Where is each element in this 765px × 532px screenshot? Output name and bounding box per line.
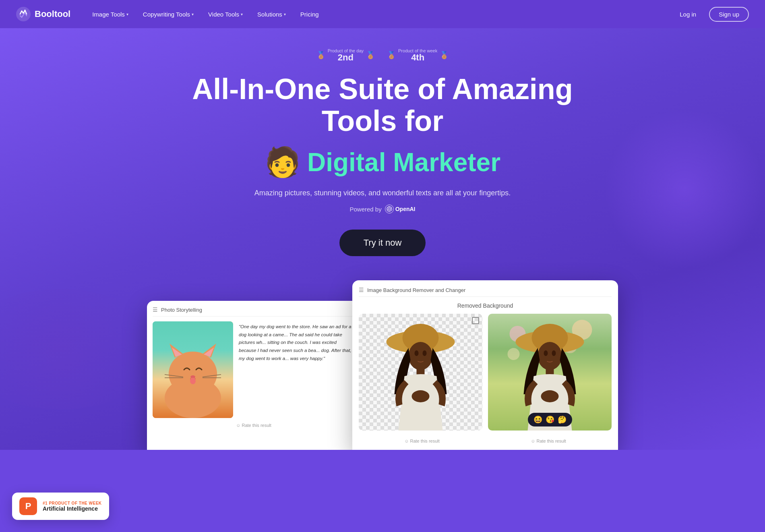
product-badge-text: #1 PRODUCT OF THE WEEK Artificial Intell… [43,501,102,512]
sr-rate-left: ☺ Rate this result [404,439,440,443]
sr-transparent-image [359,314,482,431]
screenshots-row: ☰ Photo Storytelling [0,280,765,450]
award-badges: 🏅 Product of the day 2nd 🏅 🏅 Product of … [316,48,449,62]
reaction-think-icon: 🤔 [558,415,567,424]
rate-result-label: Rate this result [242,423,271,428]
chevron-down-icon: ▾ [284,12,286,17]
menu-icon-2: ☰ [359,287,364,293]
svg-point-15 [409,342,433,370]
sr-images-container: 😆 😘 🤔 [359,314,612,431]
removed-bg-label: Removed Background [359,302,612,309]
svg-point-29 [544,350,548,356]
openai-logo: OpenAI [385,205,416,213]
powered-by-label: Powered by [350,206,382,213]
chevron-down-icon: ▾ [192,12,194,17]
svg-point-30 [552,350,556,356]
badge-day-num: 2nd [328,53,364,62]
sr-rate-right: ☺ Rate this result [531,439,566,443]
signup-button[interactable]: Sign up [709,7,749,22]
openai-label: OpenAI [395,206,416,212]
chevron-down-icon: ▾ [241,12,243,17]
nav-image-tools[interactable]: Image Tools ▾ [87,8,134,21]
ss-left-footer: ☺ Rate this result [153,423,355,428]
logo-icon [16,7,31,21]
crop-handle-icon [472,317,479,324]
nav-copywriting-tools[interactable]: Copywriting Tools ▾ [137,8,199,21]
svg-point-23 [508,348,520,360]
smile-icon: ☺ [236,423,240,428]
hero-description: Amazing pictures, stunning videos, and w… [254,189,511,197]
nav-pricing[interactable]: Pricing [295,8,325,21]
menu-icon: ☰ [153,306,158,313]
rate-result-label-3: Rate this result [536,439,566,443]
openai-icon [385,205,394,213]
sr-header: ☰ Image Background Remover and Changer [359,287,612,297]
ss-story-text: "One day my dog went to the store. He sa… [239,321,355,418]
ss-left-content: "One day my dog went to the store. He sa… [153,321,355,418]
smile-icon-2: ☺ [404,439,409,443]
hero-emoji: 🧑 [265,145,301,179]
sr-natural-image: 😆 😘 🤔 [488,314,612,431]
chevron-down-icon: ▾ [126,12,128,17]
sr-title: Image Background Remover and Changer [367,287,465,293]
navbar-right: Log in Sign up [673,7,749,22]
svg-point-2 [169,352,217,396]
badge-week: 🏅 Product of the week 4th 🏅 [387,48,449,62]
laurel-left-icon: 🏅 [316,51,325,60]
navbar: Booltool Image Tools ▾ Copywriting Tools… [0,0,765,28]
laurel-left-2-icon: 🏅 [387,51,396,60]
svg-point-19 [423,350,427,356]
product-hunt-icon: P [19,497,37,515]
badge-day: 🏅 Product of the day 2nd 🏅 [316,48,375,62]
reaction-bar: 😆 😘 🤔 [528,413,572,426]
ss-cat-image [153,321,233,418]
rate-result-label-2: Rate this result [410,439,439,443]
svg-point-26 [538,342,562,370]
hero-subheadline: 🧑 Digital Marketer [265,145,500,179]
product-of-week-badge: P #1 PRODUCT OF THE WEEK Artificial Inte… [12,493,109,520]
reaction-kiss-icon: 😘 [546,415,554,424]
nav-links: Image Tools ▾ Copywriting Tools ▾ Video … [87,8,324,21]
ss-left-header: ☰ Photo Storytelling [153,306,355,317]
laurel-right-2-icon: 🏅 [440,51,449,60]
svg-point-18 [415,350,419,356]
laurel-right-icon: 🏅 [366,51,375,60]
svg-point-17 [412,390,430,402]
hero-section: 🏅 Product of the day 2nd 🏅 🏅 Product of … [0,28,765,450]
svg-point-8 [190,378,196,384]
reaction-laugh-icon: 😆 [533,415,542,424]
navbar-left: Booltool Image Tools ▾ Copywriting Tools… [16,7,325,21]
badge-day-sub: Product of the day [328,48,364,53]
badge-week-num: 4th [398,53,437,62]
hero-role-text: Digital Marketer [307,147,500,177]
badge-week-sub: Product of the week [398,48,437,53]
logo[interactable]: Booltool [16,7,70,21]
try-it-now-button[interactable]: Try it now [339,230,426,256]
brand-name: Booltool [35,9,70,19]
product-category-label: Artificial Intelligence [43,505,102,512]
smile-icon-3: ☺ [531,439,535,443]
screenshot-bg-remover: ☰ Image Background Remover and Changer R… [352,280,618,450]
product-rank-label: #1 PRODUCT OF THE WEEK [43,501,102,505]
powered-by-section: Powered by OpenAI [350,205,416,213]
nav-video-tools[interactable]: Video Tools ▾ [203,8,248,21]
hero-headline: All-In-One Suite of Amazing Tools for [161,73,604,137]
login-button[interactable]: Log in [673,8,703,21]
svg-point-28 [541,390,559,402]
ss-left-title: Photo Storytelling [161,307,202,313]
screenshot-photo-storytelling: ☰ Photo Storytelling [147,301,360,450]
nav-solutions[interactable]: Solutions ▾ [252,8,292,21]
